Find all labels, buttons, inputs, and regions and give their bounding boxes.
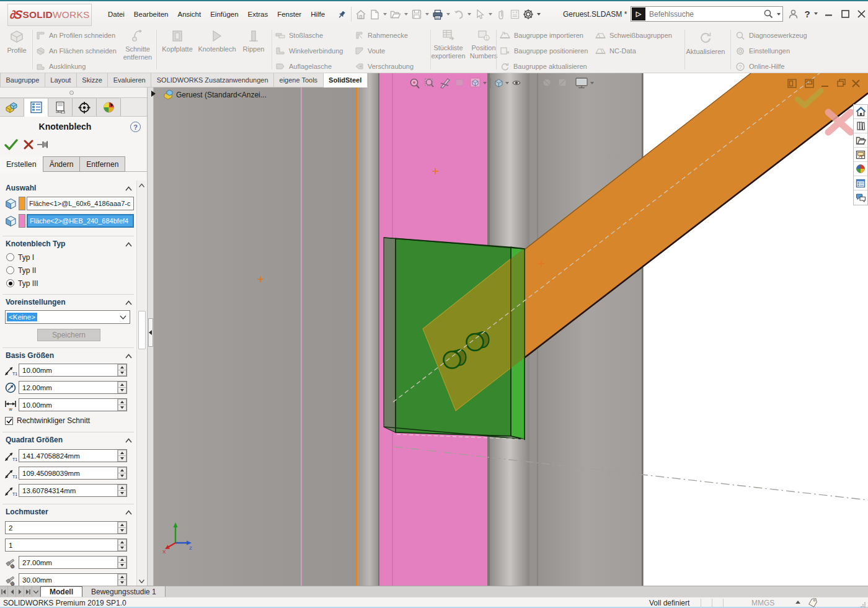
ribbon-auflagelasche[interactable]: Auflagelasche — [275, 59, 332, 74]
lochmuster-spacing-1[interactable]: 27.00mm — [19, 559, 117, 566]
selection-2-value[interactable]: Fläche<2>@HEB_240_684bfef4 — [27, 214, 134, 228]
ribbon-rippen[interactable]: Rippen — [239, 29, 268, 53]
ribbon-einstellungen[interactable]: Einstellungen — [735, 43, 790, 58]
quadrat-value-1[interactable]: 141.47058824mm — [19, 452, 117, 460]
taskpane-file-explorer-tab[interactable] — [854, 133, 867, 148]
save-icon[interactable] — [410, 7, 423, 22]
menu-bearbeiten[interactable]: Bearbeiten — [134, 11, 169, 18]
print-caret[interactable] — [446, 13, 450, 16]
paperclip-icon[interactable] — [494, 7, 508, 22]
ribbon-profile-button[interactable]: Profile — [4, 29, 30, 55]
taskpane-design-library-tab[interactable] — [854, 119, 867, 133]
lochmuster-spacing-2[interactable]: 30.00mm — [19, 576, 117, 584]
basis-width-value[interactable]: 10.00mm — [19, 401, 117, 409]
taskpane-home-tab[interactable] — [854, 105, 867, 119]
undo-caret[interactable] — [467, 13, 471, 16]
new-document-caret[interactable] — [383, 13, 387, 16]
window-close-button[interactable] — [854, 7, 868, 20]
radio-typ-1[interactable]: Typ I — [6, 253, 34, 262]
ribbon-kopfplatte[interactable]: Kopfplatte — [160, 29, 195, 53]
collapse-chevron-auswahl[interactable] — [125, 186, 132, 191]
lochmuster-count-2[interactable]: 1 — [6, 542, 117, 549]
lochmuster-field-2-spinner[interactable] — [117, 539, 126, 551]
section-lochmuster-header[interactable]: Lochmuster — [6, 507, 48, 516]
feature-tree-flyout-arrow[interactable] — [151, 91, 156, 97]
ribbon-schweissbaugruppen[interactable]: Schweißbaugruppen — [595, 28, 672, 43]
next-tab-button[interactable] — [16, 586, 24, 597]
print-icon[interactable] — [431, 7, 445, 22]
help-menu[interactable]: ? — [800, 7, 814, 20]
panel-collapse-handle[interactable] — [148, 318, 153, 347]
ribbon-online-hilfe[interactable]: ? Online-Hilfe — [735, 59, 784, 74]
tab-eigene-tools[interactable]: eigene Tools — [274, 73, 324, 87]
tab-skizze[interactable]: Skizze — [77, 73, 108, 87]
basis-field-2-spinner[interactable] — [117, 382, 126, 393]
search-input[interactable] — [645, 9, 763, 19]
ribbon-stueckliste-exportieren[interactable]: Stückliste exportieren — [430, 29, 466, 60]
configuration-manager-tab[interactable] — [48, 98, 73, 116]
ribbon-ausklinkung[interactable]: Ausklinkung — [36, 59, 86, 74]
ribbon-aktualisieren[interactable]: Aktualisieren — [686, 31, 725, 56]
pm-pin-button[interactable] — [36, 137, 51, 152]
save-caret[interactable] — [425, 13, 429, 16]
presets-dropdown[interactable]: <Keine> — [5, 310, 130, 324]
open-caret[interactable] — [404, 13, 408, 16]
open-icon[interactable] — [389, 7, 402, 22]
display-manager-tab[interactable] — [97, 98, 121, 116]
lochmuster-count-1[interactable]: 2 — [6, 524, 117, 532]
pm-help-icon[interactable]: ? — [130, 122, 141, 132]
speichern-button[interactable]: Speichern — [37, 329, 100, 341]
dimxpert-manager-tab[interactable] — [73, 98, 97, 116]
help-caret[interactable] — [814, 12, 818, 15]
scroll-up-arrow[interactable] — [138, 181, 146, 190]
column-left-face[interactable] — [154, 73, 358, 586]
lochmuster-field-4-spinner[interactable] — [117, 574, 126, 586]
pan-icon-disabled[interactable] — [456, 79, 463, 86]
section-typ-header[interactable]: Knotenblech Typ — [6, 239, 65, 248]
ribbon-knotenblech[interactable]: Knotenblech — [197, 29, 237, 53]
breadcrumb[interactable]: Geruest (Standard<Anzei... — [164, 90, 267, 99]
section-basis-header[interactable]: Basis Größen — [6, 351, 54, 360]
taskpane-custom-properties-tab[interactable] — [854, 176, 867, 190]
graphics-viewport[interactable]: Geruest (Standard<Anzei... — [154, 73, 868, 586]
taskpane-forum-tab[interactable] — [854, 190, 867, 205]
menu-datei[interactable]: Datei — [108, 11, 125, 18]
panel-viewport-splitter[interactable] — [148, 87, 154, 586]
ribbon-stosslasche[interactable]: Stoßlasche — [275, 28, 323, 43]
collapse-chevron-typ[interactable] — [125, 242, 132, 247]
select-cursor-icon[interactable] — [473, 7, 487, 22]
quadrat-field-3-spinner[interactable] — [117, 485, 126, 496]
taskpane-view-palette-tab[interactable] — [854, 148, 867, 162]
tab-baugruppe[interactable]: Baugruppe — [0, 73, 45, 87]
section-voreinstellungen-header[interactable]: Voreinstellungen — [6, 298, 65, 306]
pm-cancel-button[interactable] — [21, 137, 36, 152]
basis-field-1-spinner[interactable] — [117, 364, 126, 376]
scrollbar-thumb[interactable] — [138, 311, 146, 349]
mode-tab-entfernen[interactable]: Entfernen — [80, 156, 125, 172]
tab-layout[interactable]: Layout — [45, 73, 77, 87]
undo-icon[interactable] — [452, 7, 466, 22]
menu-extras[interactable]: Extras — [248, 11, 268, 18]
checkbox-box[interactable] — [5, 417, 13, 425]
section-auswahl-header[interactable]: Auswahl — [6, 184, 36, 192]
window-minimize-button[interactable] — [822, 7, 836, 20]
mode-tab-erstellen[interactable]: Erstellen — [0, 156, 43, 172]
options-gear-icon[interactable] — [521, 7, 535, 22]
prev-tab-button[interactable] — [8, 586, 16, 597]
menu-fenster[interactable]: Fenster — [277, 11, 301, 18]
column-flange-side[interactable] — [358, 73, 379, 586]
model-tab[interactable]: Modell — [40, 586, 82, 597]
scene-apply-icon-disabled[interactable] — [559, 79, 566, 86]
collapse-chevron-quadrat[interactable] — [125, 438, 132, 443]
tag-icon[interactable] — [808, 598, 818, 608]
motion-study-tab[interactable]: Bewegungsstudie 1 — [82, 586, 166, 597]
tab-solidworks-zusatzanwendungen[interactable]: SOLIDWORKS Zusatzanwendungen — [151, 73, 274, 87]
units-caret-icon[interactable] — [795, 601, 800, 604]
taskpane-appearances-tab[interactable] — [854, 162, 867, 176]
mode-tab-aendern[interactable]: Ändern — [43, 156, 81, 172]
property-manager-tab[interactable] — [24, 98, 48, 117]
lochmuster-field-3-spinner[interactable] — [117, 557, 126, 568]
ribbon-an-profilen-schneiden[interactable]: An Profilen schneiden — [36, 28, 115, 43]
ribbon-winkelverbindung[interactable]: Winkelverbindung — [275, 43, 343, 58]
ribbon-an-flaechen-schneiden[interactable]: An Flächen schneiden — [36, 43, 117, 58]
